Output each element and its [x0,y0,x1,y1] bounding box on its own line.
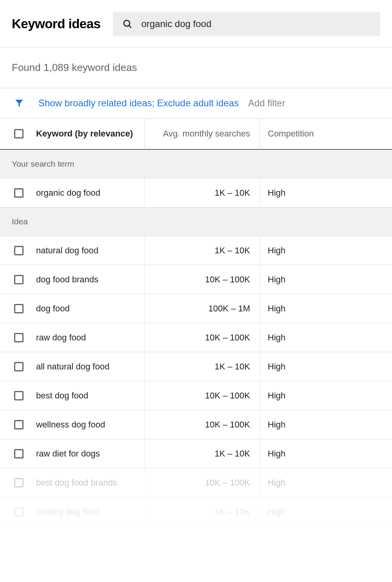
row-checkbox[interactable] [14,304,24,313]
table-row: all natural dog food1K – 10KHigh [0,352,392,381]
table-row: best dog food brands10K – 100KHigh [0,468,392,497]
searches-text: 10K – 100K [205,333,250,343]
keyword-text: all natural dog food [36,362,109,372]
keyword-text: best dog food [36,391,88,401]
row-checkbox[interactable] [14,246,24,255]
keyword-text: dog food brands [36,275,98,285]
competition-text: High [268,507,285,517]
th-searches: Avg. monthly searches [144,118,260,149]
cell-searches: 1K – 10K [144,236,260,265]
keyword-text: raw diet for dogs [36,449,100,459]
table-row: dog food100K – 1MHigh [0,294,392,323]
cell-competition: High [260,323,392,352]
searches-text: 1K – 10K [214,362,250,372]
column-keyword-label[interactable]: Keyword (by relevance) [36,129,133,139]
cell-keyword: healthy dog food [0,497,144,526]
competition-text: High [268,478,285,488]
row-checkbox[interactable] [14,362,24,371]
searches-text: 1K – 10K [214,507,250,517]
keyword-table: Keyword (by relevance) Avg. monthly sear… [0,118,392,526]
competition-text: High [268,246,285,256]
keyword-text: best dog food brands [36,478,117,488]
header: Keyword ideas [0,0,392,47]
cell-keyword: dog food brands [0,265,144,294]
row-checkbox[interactable] [14,449,24,458]
cell-searches: 1K – 10K [144,352,260,381]
search-input[interactable] [141,18,371,29]
keyword-text: organic dog food [36,188,100,198]
cell-competition: High [260,468,392,497]
searches-text: 10K – 100K [205,478,250,488]
row-checkbox[interactable] [14,188,24,198]
searches-text: 10K – 100K [205,420,250,430]
competition-text: High [268,391,285,401]
searches-text: 1K – 10K [214,188,250,198]
table-row: best dog food10K – 100KHigh [0,381,392,410]
cell-keyword: organic dog food [0,178,144,207]
table-row: dog food brands10K – 100KHigh [0,265,392,294]
row-checkbox[interactable] [14,507,24,517]
competition-text: High [268,188,285,198]
cell-searches: 1K – 10K [144,497,260,526]
row-checkbox[interactable] [14,333,24,342]
keyword-text: dog food [36,304,70,314]
column-competition-label[interactable]: Competition [268,129,314,139]
cell-searches: 1K – 10K [144,178,260,207]
keyword-text: healthy dog food [36,507,100,517]
searches-text: 10K – 100K [205,275,250,285]
cell-competition: High [260,236,392,265]
competition-text: High [268,420,285,430]
table-row: raw dog food10K – 100KHigh [0,323,392,352]
cell-competition: High [260,497,392,526]
add-filter-button[interactable]: Add filter [248,98,285,109]
active-filters-link[interactable]: Show broadly related ideas; Exclude adul… [38,98,239,109]
cell-keyword: dog food [0,294,144,323]
column-searches-label[interactable]: Avg. monthly searches [163,129,250,139]
cell-competition: High [260,410,392,439]
cell-searches: 10K – 100K [144,265,260,294]
keyword-text: raw dog food [36,333,86,343]
searches-text: 10K – 100K [205,391,250,401]
cell-competition: High [260,352,392,381]
table-row: organic dog food 1K – 10K High [0,178,392,207]
row-checkbox[interactable] [14,391,24,400]
cell-competition: High [260,381,392,410]
cell-keyword: best dog food brands [0,468,144,497]
cell-keyword: wellness dog food [0,410,144,439]
cell-searches: 10K – 100K [144,410,260,439]
table-row: healthy dog food1K – 10KHigh [0,497,392,526]
search-box[interactable] [113,12,380,36]
cell-keyword: all natural dog food [0,352,144,381]
cell-searches: 10K – 100K [144,468,260,497]
svg-point-0 [124,20,130,26]
filter-icon[interactable] [14,98,24,108]
section-search-term: Your search term [0,150,392,178]
th-keyword: Keyword (by relevance) [0,118,144,149]
competition-text: High [268,333,285,343]
cell-keyword: natural dog food [0,236,144,265]
filter-bar: Show broadly related ideas; Exclude adul… [0,88,392,118]
th-competition: Competition [260,118,392,149]
cell-competition: High [260,178,392,207]
competition-text: High [268,275,285,285]
cell-searches: 10K – 100K [144,381,260,410]
cell-keyword: best dog food [0,381,144,410]
competition-text: High [268,304,285,314]
competition-text: High [268,449,285,459]
keyword-text: wellness dog food [36,420,105,430]
select-all-checkbox[interactable] [14,129,24,138]
row-checkbox[interactable] [14,478,24,487]
search-icon [122,19,132,29]
svg-line-1 [129,25,131,27]
cell-competition: High [260,265,392,294]
row-checkbox[interactable] [14,420,24,429]
cell-searches: 10K – 100K [144,323,260,352]
searches-text: 1K – 10K [214,449,250,459]
table-row: wellness dog food10K – 100KHigh [0,410,392,439]
searches-text: 100K – 1M [209,304,250,314]
results-summary: Found 1,089 keyword ideas [0,47,392,88]
table-header-row: Keyword (by relevance) Avg. monthly sear… [0,118,392,150]
row-checkbox[interactable] [14,275,24,284]
table-row: natural dog food1K – 10KHigh [0,236,392,265]
cell-searches: 1K – 10K [144,439,260,468]
